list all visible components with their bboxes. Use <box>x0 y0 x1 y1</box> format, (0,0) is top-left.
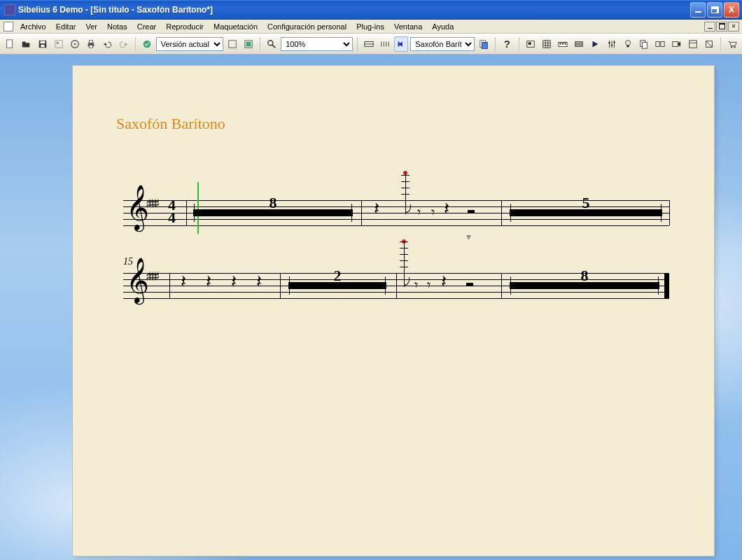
version-prev-button[interactable] <box>225 36 239 52</box>
version-select[interactable]: Versión actual <box>156 37 223 51</box>
window-restore-button[interactable] <box>707 2 722 18</box>
new-button[interactable] <box>3 36 17 52</box>
panel-parts-button[interactable] <box>637 36 651 52</box>
score-page[interactable]: Saxofón Barítono 𝄞 ♯♯♯♯ 4 4 8 𝄽 <box>73 66 714 556</box>
mdi-minimize-button[interactable] <box>704 22 715 31</box>
svg-rect-3 <box>41 44 44 47</box>
menu-reproducir[interactable]: Reproducir <box>161 21 209 32</box>
final-barline <box>666 273 669 298</box>
window-minimize-button[interactable] <box>690 2 706 18</box>
barline <box>280 273 281 298</box>
panel-compare-button[interactable] <box>653 36 667 52</box>
mdi-restore-button[interactable] <box>716 22 727 31</box>
panel-hide-all-button[interactable] <box>702 36 716 52</box>
barline <box>501 273 502 298</box>
open-button[interactable] <box>19 36 33 52</box>
svg-point-44 <box>608 41 610 43</box>
shop-button[interactable] <box>725 36 739 52</box>
menu-configuracion[interactable]: Configuración personal <box>262 21 351 32</box>
svg-marker-40 <box>593 41 598 47</box>
panel-video-button[interactable] <box>669 36 683 52</box>
menu-ayuda[interactable]: Ayuda <box>427 21 458 32</box>
parts-dialog-button[interactable] <box>477 36 491 52</box>
playback-cursor <box>197 182 199 234</box>
save-button[interactable] <box>35 36 49 52</box>
ledger-line <box>401 194 410 195</box>
svg-rect-26 <box>528 42 531 45</box>
panel-ideas-button[interactable] <box>621 36 635 52</box>
window-titlebar: Sibelius 6 Demo - [Sin título - Saxofón … <box>0 0 742 20</box>
menu-plugins[interactable]: Plug-ins <box>351 21 389 32</box>
svg-rect-35 <box>565 42 566 45</box>
menubar: Archivo Editar Ver Notas Crear Reproduci… <box>0 20 742 34</box>
panorama-button[interactable] <box>362 36 376 52</box>
zoom-tool-button[interactable] <box>265 36 279 52</box>
ledger-line <box>400 241 408 242</box>
svg-point-59 <box>731 46 732 48</box>
svg-rect-51 <box>656 41 659 46</box>
ledger-line <box>401 175 410 176</box>
toolbar-separator <box>720 37 721 51</box>
svg-line-58 <box>706 41 712 47</box>
svg-rect-48 <box>626 45 629 47</box>
toolbar-separator <box>495 37 496 51</box>
toolbar: Versión actual 100% Saxofón Barítonc ? <box>0 34 742 55</box>
versions-icon[interactable] <box>140 36 154 52</box>
multirest: 8 <box>510 282 659 289</box>
mdi-close-button[interactable]: × <box>728 22 739 31</box>
panel-keypad-button[interactable] <box>540 36 554 52</box>
svg-rect-14 <box>246 41 251 46</box>
panel-keyboard-button[interactable] <box>556 36 570 52</box>
menu-maquetacion[interactable]: Maquetación <box>209 21 262 32</box>
panel-playback-button[interactable] <box>588 36 602 52</box>
redo-button[interactable] <box>116 36 130 52</box>
half-rest-icon <box>466 283 473 286</box>
workspace[interactable]: Saxofón Barítono 𝄞 ♯♯♯♯ 4 4 8 𝄽 <box>0 55 742 560</box>
svg-rect-33 <box>560 42 561 45</box>
svg-point-15 <box>268 40 273 45</box>
svg-point-47 <box>625 40 630 45</box>
multirest: 8 <box>193 209 353 216</box>
barline <box>669 200 670 225</box>
svg-rect-34 <box>562 42 564 45</box>
toolbar-separator <box>519 37 519 51</box>
burn-cd-button[interactable] <box>68 36 82 52</box>
ledger-line <box>401 181 410 182</box>
window-close-button[interactable]: X <box>724 2 739 18</box>
barline <box>186 200 187 225</box>
menu-ver[interactable]: Ver <box>80 21 102 32</box>
multirest-number: 8 <box>581 267 589 285</box>
menu-ventana[interactable]: Ventana <box>389 21 427 32</box>
svg-rect-53 <box>673 41 678 46</box>
ledger-line <box>400 267 408 267</box>
menu-editar[interactable]: Editar <box>51 21 81 32</box>
barline <box>396 273 397 298</box>
menu-archivo[interactable]: Archivo <box>15 21 51 32</box>
music-system-1: 𝄞 ♯♯♯♯ 4 4 8 𝄽 𝄾 𝄾 𝄽 <box>123 200 669 225</box>
svg-rect-52 <box>661 41 664 46</box>
part-select[interactable]: Saxofón Barítonc <box>410 37 475 51</box>
panel-properties-button[interactable] <box>685 36 699 52</box>
panel-navigator-button[interactable] <box>523 36 537 52</box>
zoom-select[interactable]: 100% <box>281 37 352 51</box>
menu-crear[interactable]: Crear <box>132 21 162 32</box>
svg-rect-55 <box>689 40 696 48</box>
svg-rect-24 <box>482 42 488 49</box>
transpose-button[interactable] <box>378 36 392 52</box>
selection-caret-icon: ▾ <box>466 231 471 242</box>
half-rest-icon <box>468 210 475 214</box>
note-flag <box>405 204 411 213</box>
panel-fretboard-button[interactable] <box>572 36 586 52</box>
svg-point-60 <box>734 46 735 48</box>
print-button[interactable] <box>84 36 98 52</box>
ledger-line <box>401 188 410 188</box>
menu-notas[interactable]: Notas <box>102 21 132 32</box>
help-button[interactable]: ? <box>500 36 514 52</box>
ledger-line <box>400 260 408 261</box>
panel-mixer-button[interactable] <box>604 36 618 52</box>
svg-rect-10 <box>89 45 92 48</box>
undo-button[interactable] <box>100 36 114 52</box>
focus-part-button[interactable] <box>394 36 408 52</box>
export-button[interactable] <box>52 36 66 52</box>
version-next-button[interactable] <box>241 36 255 52</box>
